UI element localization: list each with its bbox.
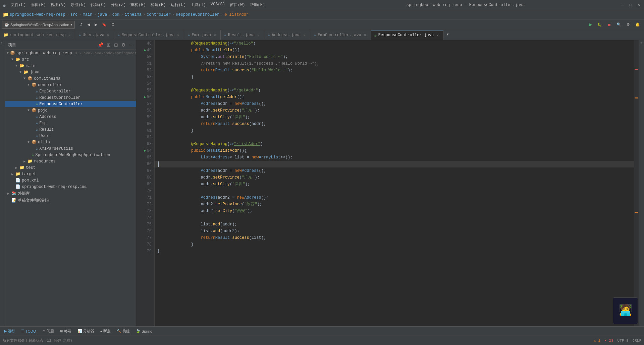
menu-bar[interactable]: 文件(F) 编辑(E) 视图(V) 导航(N) 代码(C) 分析(Z) 重构(R… (9, 1, 267, 8)
errors-count[interactable]: ✖ 23 (604, 338, 613, 343)
tab-address-close[interactable]: ✕ (302, 32, 307, 38)
tree-emp[interactable]: ☕ Emp (5, 120, 136, 126)
code-line-77[interactable]: return Result.success(list); (155, 234, 634, 241)
breadcrumb-itheima[interactable]: itheima (125, 12, 142, 17)
breadcrumb-main[interactable]: main (83, 12, 93, 17)
breadcrumb-java[interactable]: java (98, 12, 107, 17)
tab-requestcontroller-close[interactable]: ✕ (176, 32, 181, 38)
tree-toggle-controller[interactable]: ▼ (27, 83, 30, 87)
menu-window[interactable]: 窗口(W) (228, 1, 247, 8)
search-everywhere-button[interactable]: 🔍 (614, 21, 623, 29)
terminal-button[interactable]: ⊞ 终端 (57, 328, 74, 335)
spring-button[interactable]: 🍃 Spring (133, 328, 155, 335)
refresh-button[interactable]: ↺ (77, 21, 85, 29)
tree-xmlparserutils[interactable]: ☕ XmlParserUtils (5, 145, 136, 152)
tree-toggle-src[interactable]: ▼ (11, 58, 14, 61)
code-line-67[interactable]: Address addr = new Address(); (155, 167, 634, 174)
tab-emp[interactable]: ☕ Emp.java ✕ (184, 30, 220, 40)
tab-user-close[interactable]: ✕ (106, 32, 110, 38)
encoding-status[interactable]: UTF-8 (618, 339, 629, 343)
tab-empcontroller-close[interactable]: ✕ (363, 32, 367, 38)
tree-utils[interactable]: ▼ 📦 utils (5, 139, 136, 145)
tree-result[interactable]: ☕ Result (5, 126, 136, 133)
build-button[interactable]: 🔨 构建 (114, 328, 132, 335)
notifications-button[interactable]: 🔔 (633, 21, 642, 29)
minimize-button[interactable]: ─ (620, 2, 625, 8)
tab-result[interactable]: ☕ Result.java ✕ (221, 30, 264, 40)
code-line-57[interactable]: Address addr = new Address(); (155, 100, 634, 107)
breadcrumb-class[interactable]: ResponseController (176, 12, 219, 17)
code-line-73[interactable]: addr2.setCity("西安"); (155, 208, 634, 214)
code-line-75[interactable]: list.add(addr); (155, 221, 634, 228)
tab-overflow-button[interactable]: ▾ (445, 30, 451, 38)
code-line-51[interactable]: //return new Result(1,"success","Hello W… (155, 60, 634, 67)
breadcrumb-controller[interactable]: controller (147, 12, 171, 17)
code-line-65[interactable]: List<Address> list = new ArrayList<>(); (155, 154, 634, 161)
tree-pomxml[interactable]: 📄 pom.xml (5, 177, 136, 184)
warnings-count[interactable]: ⚠ 1 (594, 338, 600, 343)
tree-java[interactable]: ▼ 📂 java (5, 69, 136, 75)
run-gutter-56[interactable]: ▶ (144, 94, 146, 100)
tree-external-libs[interactable]: ▶ 📚 外部库 (5, 190, 136, 197)
run-bottom-button[interactable]: ▶ 运行 (1, 328, 18, 335)
maximize-button[interactable]: □ (628, 2, 633, 8)
code-line-53[interactable]: } (155, 74, 634, 80)
menu-edit[interactable]: 编辑(E) (29, 1, 48, 8)
menu-navigate[interactable]: 导航(N) (68, 1, 88, 8)
code-line-76[interactable]: list.add(addr2); (155, 228, 634, 234)
debug-button[interactable]: 🐛 (595, 21, 604, 29)
tree-empcontroller[interactable]: ☕ EmpController (5, 88, 136, 94)
tree-target[interactable]: ▶ 📁 target (5, 171, 136, 177)
tree-root[interactable]: ▼ 📦 springboot-web-req-resp D:\Java\Java… (5, 50, 136, 56)
code-line-71[interactable]: Address addr2 = new Address(); (155, 194, 634, 201)
menu-code[interactable]: 代码(C) (89, 1, 108, 8)
code-line-59[interactable]: addr.setCity("深圳"); (155, 114, 634, 121)
tab-project[interactable]: 📁 springboot-web-req-resp ✕ (0, 30, 75, 40)
menu-file[interactable]: 文件(F) (9, 1, 28, 8)
tree-src[interactable]: ▼ 📂 src (5, 56, 136, 63)
settings-gear-button[interactable]: ⚙ (625, 21, 632, 29)
breadcrumb-com[interactable]: com (112, 12, 120, 17)
tree-com-itheima[interactable]: ▼ 📦 com.itheima (5, 75, 136, 82)
close-button[interactable]: ✕ (636, 2, 641, 8)
code-line-64[interactable]: public Result listAddr(){ (155, 147, 634, 154)
tree-toggle-utils[interactable]: ▼ (27, 140, 30, 144)
code-editor[interactable]: @RequestMapping(☕∨"/hello") public Resul… (155, 40, 634, 326)
tree-iml[interactable]: 📄 springboot-web-req-resp.iml (5, 184, 136, 190)
code-line-78[interactable]: } (155, 241, 634, 248)
code-line-52[interactable]: return Result.success("Hello World ~"); (155, 67, 634, 74)
tree-resources[interactable]: ▶ 📁 resources (5, 158, 136, 164)
code-line-55[interactable]: @RequestMapping(☕∨"/getAddr") (155, 87, 634, 94)
problems-button[interactable]: ⚠ 问题 (40, 328, 57, 335)
menu-tools[interactable]: 工具(T) (189, 1, 208, 8)
code-line-69[interactable]: addr.setCity("深圳"); (155, 181, 634, 188)
breakpoints-button[interactable]: ● 断点 (98, 328, 114, 335)
tree-toggle-com[interactable]: ▼ (23, 77, 26, 80)
code-line-60[interactable]: return Result.success(addr); (155, 121, 634, 127)
code-line-72[interactable]: addr2.setProvince("陕西"); (155, 201, 634, 208)
tree-main[interactable]: ▼ 📂 main (5, 63, 136, 69)
menu-vcs[interactable]: VCS(S) (209, 1, 227, 8)
back-button[interactable]: ◀ (85, 21, 92, 29)
code-line-74[interactable] (155, 214, 634, 221)
breadcrumb-project[interactable]: springboot-web-req-resp (10, 12, 65, 17)
code-line-58[interactable]: addr.setProvince("广东"); (155, 107, 634, 114)
code-line-70[interactable] (155, 188, 634, 194)
tree-controller[interactable]: ▼ 📦 controller (5, 82, 136, 88)
code-line-63[interactable]: @RequestMapping(☕∨"/listAddr") (155, 141, 634, 147)
run-gutter-64[interactable]: ▶ (144, 147, 146, 154)
tree-springbootapp[interactable]: ☕ SpringbootWebReqRespApplication (5, 152, 136, 158)
tree-scratches[interactable]: 📝 草稿文件和控制台 (5, 197, 136, 204)
tree-requestcontroller[interactable]: ☕ RequestController (5, 94, 136, 101)
menu-analyze[interactable]: 分析(Z) (109, 1, 128, 8)
tree-test[interactable]: ▶ 📁 test (5, 164, 136, 171)
sidebar-hide-button[interactable]: ─ (128, 42, 133, 48)
todo-button[interactable]: ☰ TODO (18, 328, 39, 335)
menu-run[interactable]: 运行(U) (169, 1, 188, 8)
menu-build[interactable]: 构建(B) (149, 1, 168, 8)
tree-toggle-pojo[interactable]: ▼ (27, 109, 30, 112)
window-controls[interactable]: ─ □ ✕ (620, 2, 641, 8)
tree-address[interactable]: ☕ Address (5, 114, 136, 120)
code-line-49[interactable]: public Result hello(){ (155, 47, 634, 54)
tree-toggle-root[interactable]: ▼ (7, 51, 9, 55)
